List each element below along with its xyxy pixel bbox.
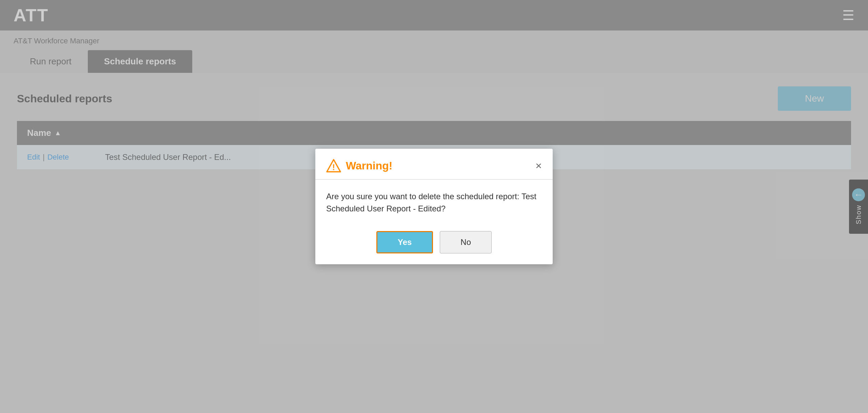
- modal-title: Warning!: [346, 160, 392, 172]
- modal-dialog: ! Warning! × Are you sure you want to de…: [315, 149, 553, 264]
- warning-icon: !: [326, 158, 341, 173]
- modal-header: ! Warning! ×: [315, 149, 553, 180]
- modal-title-row: ! Warning!: [326, 158, 392, 173]
- yes-button[interactable]: Yes: [376, 231, 433, 253]
- modal-close-button[interactable]: ×: [535, 160, 542, 171]
- modal-footer: Yes No: [315, 224, 553, 264]
- svg-text:!: !: [332, 163, 335, 172]
- no-button[interactable]: No: [440, 231, 492, 253]
- modal-overlay: ! Warning! × Are you sure you want to de…: [0, 0, 868, 413]
- modal-message: Are you sure you want to delete the sche…: [326, 192, 536, 213]
- modal-body: Are you sure you want to delete the sche…: [315, 180, 553, 224]
